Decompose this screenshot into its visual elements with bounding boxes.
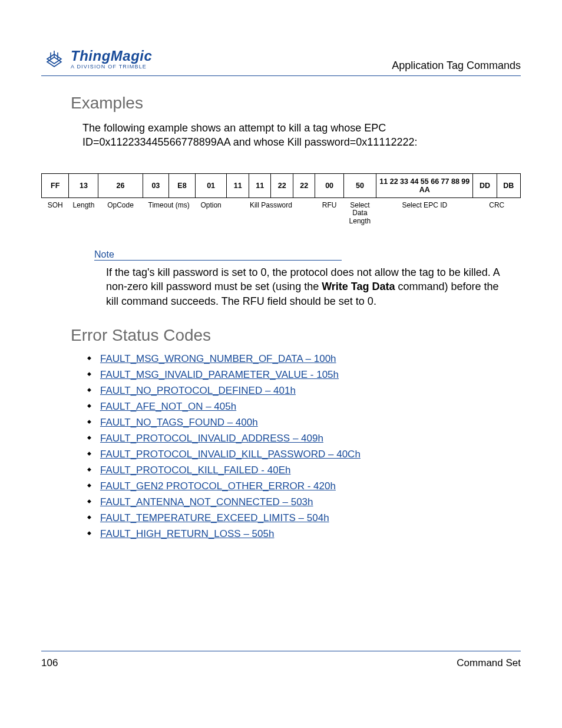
footer-label: Command Set xyxy=(457,657,521,669)
byte-table: FF 13 26 03 E8 01 11 11 22 22 00 50 11 2… xyxy=(41,173,521,229)
error-link[interactable]: FAULT_PROTOCOL_INVALID_KILL_PASSWORD – 4… xyxy=(100,449,361,460)
note-body: If the tag's kill password is set to 0, … xyxy=(106,265,507,308)
byte-cell: 01 xyxy=(195,173,227,197)
list-item: FAULT_NO_TAGS_FOUND – 400h xyxy=(87,417,521,429)
logo-text-sub: A DIVISION OF TRIMBLE xyxy=(71,64,152,70)
footer-divider xyxy=(41,651,521,651)
label-cell: Select Data Length xyxy=(343,197,376,229)
error-link[interactable]: FAULT_MSG_WRONG_NUMBER_OF_DATA – 100h xyxy=(100,353,336,364)
logo: ThingMagic A DIVISION OF TRIMBLE xyxy=(41,46,152,72)
logo-text-main: ThingMagic xyxy=(71,49,152,63)
byte-cell: 26 xyxy=(98,173,143,197)
error-link[interactable]: FAULT_PROTOCOL_INVALID_ADDRESS – 409h xyxy=(100,433,323,444)
list-item: FAULT_AFE_NOT_ON – 405h xyxy=(87,401,521,413)
list-item: FAULT_ANTENNA_NOT_CONNECTED – 503h xyxy=(87,496,521,508)
byte-cell: E8 xyxy=(169,173,196,197)
label-cell: Option xyxy=(195,197,227,229)
byte-cell: FF xyxy=(42,173,69,197)
list-item: FAULT_MSG_WRONG_NUMBER_OF_DATA – 100h xyxy=(87,353,521,365)
byte-cell: DD xyxy=(473,173,497,197)
note-block: Note If the tag's kill password is set t… xyxy=(94,249,521,308)
label-cell: OpCode xyxy=(98,197,143,229)
error-heading: Error Status Codes xyxy=(71,326,521,345)
byte-cell: 13 xyxy=(69,173,98,197)
note-label: Note xyxy=(94,249,342,261)
label-cell: Timeout (ms) xyxy=(143,197,195,229)
label-cell: RFU xyxy=(315,197,343,229)
logo-icon xyxy=(41,46,67,72)
error-link[interactable]: FAULT_AFE_NOT_ON – 405h xyxy=(100,401,236,412)
error-link[interactable]: FAULT_NO_PROTOCOL_DEFINED – 401h xyxy=(100,385,296,396)
label-cell: CRC xyxy=(473,197,521,229)
label-row: SOH Length OpCode Timeout (ms) Option Ki… xyxy=(42,197,521,229)
byte-cell: DB xyxy=(497,173,520,197)
byte-cell: 22 xyxy=(293,173,315,197)
list-item: FAULT_PROTOCOL_INVALID_ADDRESS – 409h xyxy=(87,433,521,444)
list-item: FAULT_MSG_INVALID_PARAMETER_VALUE - 105h xyxy=(87,369,521,381)
list-item: FAULT_PROTOCOL_KILL_FAILED - 40Eh xyxy=(87,465,521,476)
section-title: Application Tag Commands xyxy=(392,60,521,72)
label-cell: Length xyxy=(69,197,98,229)
error-link[interactable]: FAULT_MSG_INVALID_PARAMETER_VALUE - 105h xyxy=(100,369,339,380)
page-number: 106 xyxy=(41,657,58,669)
error-link[interactable]: FAULT_NO_TAGS_FOUND – 400h xyxy=(100,417,258,428)
note-body-bold: Write Tag Data xyxy=(322,281,395,292)
list-item: FAULT_HIGH_RETURN_LOSS – 505h xyxy=(87,528,521,540)
error-link[interactable]: FAULT_TEMPERATURE_EXCEED_LIMITS – 504h xyxy=(100,512,329,523)
error-link[interactable]: FAULT_PROTOCOL_KILL_FAILED - 40Eh xyxy=(100,465,290,476)
byte-cell: 00 xyxy=(315,173,343,197)
examples-intro: The following example shows an attempt t… xyxy=(82,121,521,150)
list-item: FAULT_TEMPERATURE_EXCEED_LIMITS – 504h xyxy=(87,512,521,524)
byte-row: FF 13 26 03 E8 01 11 11 22 22 00 50 11 2… xyxy=(42,173,521,197)
error-link[interactable]: FAULT_HIGH_RETURN_LOSS – 505h xyxy=(100,528,274,539)
page-header: ThingMagic A DIVISION OF TRIMBLE Applica… xyxy=(41,46,521,72)
label-cell: SOH xyxy=(42,197,69,229)
byte-cell: 22 xyxy=(271,173,293,197)
byte-cell: 03 xyxy=(143,173,169,197)
error-link[interactable]: FAULT_ANTENNA_NOT_CONNECTED – 503h xyxy=(100,496,313,508)
header-divider xyxy=(41,75,521,76)
error-link[interactable]: FAULT_GEN2 PROTOCOL_OTHER_ERROR - 420h xyxy=(100,480,336,492)
byte-cell: 50 xyxy=(343,173,376,197)
label-cell: Kill Password xyxy=(227,197,315,229)
examples-heading: Examples xyxy=(71,94,521,113)
page-footer: 106 Command Set xyxy=(41,651,521,669)
byte-cell: 11 xyxy=(227,173,249,197)
list-item: FAULT_NO_PROTOCOL_DEFINED – 401h xyxy=(87,385,521,397)
list-item: FAULT_PROTOCOL_INVALID_KILL_PASSWORD – 4… xyxy=(87,449,521,460)
error-list: FAULT_MSG_WRONG_NUMBER_OF_DATA – 100h FA… xyxy=(87,353,521,540)
byte-cell: 11 xyxy=(249,173,271,197)
byte-cell: 11 22 33 44 55 66 77 88 99 AA xyxy=(376,173,473,197)
list-item: FAULT_GEN2 PROTOCOL_OTHER_ERROR - 420h xyxy=(87,480,521,492)
label-cell: Select EPC ID xyxy=(376,197,473,229)
